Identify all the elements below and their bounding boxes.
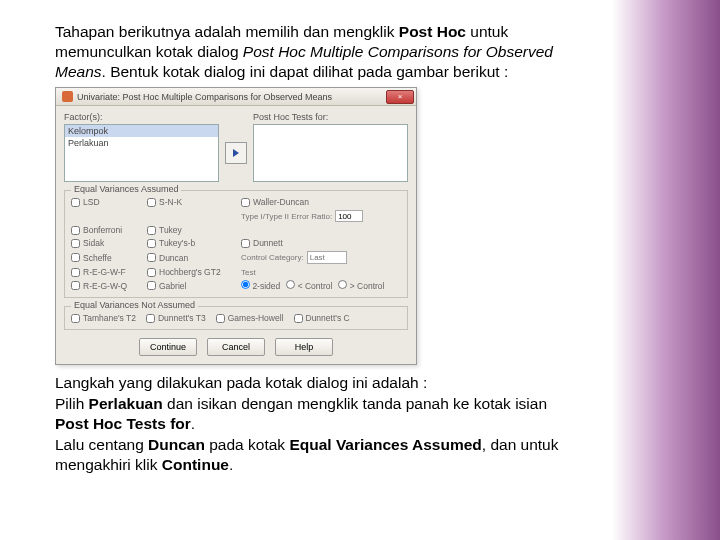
group-label: Equal Variances Assumed xyxy=(71,184,181,194)
instructions: Langkah yang dilakukan pada kotak dialog… xyxy=(55,373,580,474)
move-right-button[interactable] xyxy=(225,142,247,164)
dunnett-c-checkbox[interactable]: Dunnett's C xyxy=(294,313,350,323)
lsd-checkbox[interactable]: LSD xyxy=(71,197,145,207)
equal-variances-assumed-group: Equal Variances Assumed LSD S-N-K Waller… xyxy=(64,190,408,298)
regwf-checkbox[interactable]: R-E-G-W-F xyxy=(71,267,145,277)
group-label: Equal Variances Not Assumed xyxy=(71,300,198,310)
posthoc-tests-for-label: Post Hoc Tests for: xyxy=(253,112,408,122)
continue-button[interactable]: Continue xyxy=(139,338,197,356)
help-button[interactable]: Help xyxy=(275,338,333,356)
type-error-ratio-field[interactable]: Type I/Type II Error Ratio: xyxy=(241,210,401,222)
dunnett-t3-checkbox[interactable]: Dunnett's T3 xyxy=(146,313,206,323)
bonferroni-checkbox[interactable]: Bonferroni xyxy=(71,225,145,235)
control-category-select[interactable]: Control Category: Last xyxy=(241,251,401,264)
snk-checkbox[interactable]: S-N-K xyxy=(147,197,239,207)
factors-label: Factor(s): xyxy=(64,112,219,122)
sidak-checkbox[interactable]: Sidak xyxy=(71,238,145,248)
arrow-right-icon xyxy=(231,148,241,158)
games-howell-checkbox[interactable]: Games-Howell xyxy=(216,313,284,323)
duncan-checkbox[interactable]: Duncan xyxy=(147,251,239,264)
dunnett-checkbox[interactable]: Dunnett xyxy=(241,238,401,248)
test-label: Test xyxy=(241,267,401,277)
app-icon xyxy=(62,91,73,102)
posthoc-dialog: Univariate: Post Hoc Multiple Comparison… xyxy=(55,87,417,365)
tukeys-b-checkbox[interactable]: Tukey's-b xyxy=(147,238,239,248)
close-button[interactable]: × xyxy=(386,90,414,104)
intro-paragraph: Tahapan berikutnya adalah memilih dan me… xyxy=(55,22,580,81)
dunnett-test-radios[interactable]: 2-sided < Control > Control xyxy=(241,280,401,291)
cancel-button[interactable]: Cancel xyxy=(207,338,265,356)
tukey-checkbox[interactable]: Tukey xyxy=(147,225,239,235)
waller-duncan-checkbox[interactable]: Waller-Duncan xyxy=(241,197,401,207)
hochberg-checkbox[interactable]: Hochberg's GT2 xyxy=(147,267,239,277)
gabriel-checkbox[interactable]: Gabriel xyxy=(147,280,239,291)
list-item[interactable]: Kelompok xyxy=(65,125,218,137)
factors-listbox[interactable]: Kelompok Perlakuan xyxy=(64,124,219,182)
list-item[interactable]: Perlakuan xyxy=(65,137,218,149)
titlebar[interactable]: Univariate: Post Hoc Multiple Comparison… xyxy=(56,88,416,106)
dialog-title: Univariate: Post Hoc Multiple Comparison… xyxy=(77,92,386,102)
posthoc-tests-for-listbox[interactable] xyxy=(253,124,408,182)
scheffe-checkbox[interactable]: Scheffe xyxy=(71,251,145,264)
equal-variances-not-assumed-group: Equal Variances Not Assumed Tamhane's T2… xyxy=(64,306,408,330)
tamhane-t2-checkbox[interactable]: Tamhane's T2 xyxy=(71,313,136,323)
regwq-checkbox[interactable]: R-E-G-W-Q xyxy=(71,280,145,291)
